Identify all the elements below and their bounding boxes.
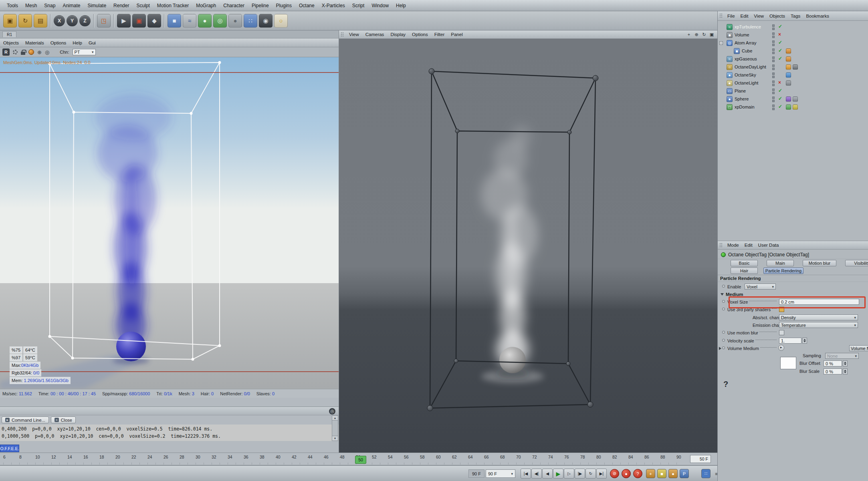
render-visibility-dot[interactable] <box>772 36 775 38</box>
object-row-octanedaylight[interactable]: ○OctaneDayLight <box>718 63 868 71</box>
anim-dot[interactable] <box>722 300 725 303</box>
om-menu-edit[interactable]: Edit <box>738 14 751 18</box>
anim-dot[interactable] <box>722 339 725 342</box>
menu-octane[interactable]: Octane <box>295 3 318 8</box>
keying-help-button[interactable]: ? <box>633 469 642 478</box>
menu-sculpt[interactable]: Sculpt <box>133 3 153 8</box>
collapse-triangle-icon[interactable] <box>721 293 724 296</box>
object-row-xpdomain[interactable]: □xpDomain✓ <box>718 103 868 111</box>
anim-dot[interactable] <box>722 285 725 288</box>
help-icon[interactable]: ? <box>723 380 728 389</box>
console-close-button[interactable]: ×Close <box>51 417 76 423</box>
pan-view-icon[interactable]: + <box>686 31 692 38</box>
menu-tools[interactable]: Tools <box>3 3 22 8</box>
menu-animate[interactable]: Animate <box>59 3 84 8</box>
zoom-view-icon[interactable]: ⊕ <box>693 31 700 38</box>
generator-icon[interactable]: ● <box>198 14 212 28</box>
editor-visibility-dot[interactable] <box>772 105 775 107</box>
blur-offset-stepper[interactable] <box>843 360 848 366</box>
keyframe-scale-button[interactable]: ■ <box>657 469 666 478</box>
vp-menu-view[interactable]: View <box>346 32 362 37</box>
enabled-check-icon[interactable]: ✓ <box>778 24 782 29</box>
menu-render[interactable]: Render <box>110 3 133 8</box>
object-row-octanelight[interactable]: ●OctaneLight× <box>718 79 868 87</box>
om-menu-view[interactable]: View <box>751 14 767 18</box>
channel-dropdown[interactable]: PT <box>73 49 96 55</box>
om-menu-file[interactable]: File <box>725 14 738 18</box>
enabled-check-icon[interactable]: ✓ <box>778 40 782 45</box>
scroll-up-icon[interactable]: ▲ <box>332 416 338 421</box>
object-row-xpturbulence[interactable]: ≈xpTurbulence✓ <box>718 23 868 31</box>
blur-scale-field[interactable]: 0 % <box>824 368 842 374</box>
editor-visibility-dot[interactable] <box>772 89 775 91</box>
live-viewer-tab[interactable]: R1 <box>2 31 16 37</box>
disabled-x-icon[interactable]: × <box>778 32 781 37</box>
sun-expression-tag[interactable] <box>786 64 791 70</box>
keyframe-rotation-button[interactable]: ● <box>668 469 678 478</box>
om-menu-bookmarks[interactable]: Bookmarks <box>803 14 832 18</box>
timeline-end-field[interactable]: 50 F <box>690 455 711 463</box>
comp-tag[interactable] <box>793 97 798 102</box>
render-visibility-dot[interactable] <box>772 68 775 70</box>
lv-menu-options[interactable]: Options <box>47 40 70 45</box>
render-picture-viewer-icon[interactable]: ▣ <box>132 14 146 28</box>
menu-snap[interactable]: Snap <box>40 3 59 8</box>
expander-icon[interactable]: − <box>719 41 723 45</box>
object-row-volume[interactable]: ■Volume× <box>718 31 868 39</box>
object-row-plane[interactable]: ▭Plane✓ <box>718 87 868 95</box>
prev-key-button[interactable]: ◀| <box>531 469 542 479</box>
volume-medium-expand-button[interactable] <box>778 345 784 351</box>
region-render-button[interactable]: R <box>2 48 10 56</box>
object-row-xpgaseous[interactable]: ≈xpGaseous✓ <box>718 55 868 63</box>
sky-tag[interactable] <box>786 72 791 78</box>
tab-main[interactable]: Main <box>767 260 794 266</box>
frame-rate-dropdown[interactable]: 90 F <box>486 469 515 478</box>
lv-menu-materials[interactable]: Materials <box>22 40 47 45</box>
xp-cache-tag[interactable] <box>786 105 791 110</box>
lock-icon[interactable] <box>21 52 25 55</box>
velocity-scale-field[interactable]: 1. <box>779 338 801 344</box>
am-mode-edit[interactable]: Edit <box>742 243 755 248</box>
prev-frame-button[interactable]: ◀ <box>542 469 553 479</box>
menu-window[interactable]: Window <box>368 3 392 8</box>
abs-sct-channel-dropdown[interactable]: Density <box>779 314 858 320</box>
vp-menu-cameras[interactable]: Cameras <box>362 32 388 37</box>
menu-character[interactable]: Character <box>220 3 248 8</box>
cache-tag[interactable] <box>793 105 798 110</box>
timeline-ruler[interactable]: 50 50 F 68101214161820222426283032343638… <box>0 453 717 465</box>
velocity-scale-stepper[interactable] <box>802 338 807 344</box>
render-visibility-dot[interactable] <box>772 92 775 94</box>
editor-visibility-dot[interactable] <box>772 40 775 43</box>
enable-dropdown[interactable]: Voxel <box>745 284 776 290</box>
enabled-check-icon[interactable]: ✓ <box>778 96 782 101</box>
object-row-sphere[interactable]: ●Sphere✓ <box>718 95 868 103</box>
menu-help[interactable]: Help <box>392 3 410 8</box>
settings-gear-icon[interactable] <box>13 50 18 54</box>
enabled-check-icon[interactable]: ✓ <box>778 104 782 109</box>
simulate-icon[interactable]: ◎ <box>213 14 227 28</box>
object-row-cube[interactable]: ■Cube✓ <box>718 47 868 55</box>
camera-icon[interactable]: ◉ <box>259 14 273 28</box>
rotate-view-icon[interactable]: ↻ <box>701 31 707 38</box>
target-tag[interactable] <box>793 64 798 70</box>
disabled-x-icon[interactable]: × <box>778 80 781 85</box>
tab-hair[interactable]: Hair <box>731 268 758 274</box>
om-menu-tags[interactable]: Tags <box>788 14 803 18</box>
object-row-atom-array[interactable]: −◎Atom Array✓ <box>718 39 868 47</box>
render-visibility-dot[interactable] <box>772 84 775 86</box>
sampling-dropdown[interactable]: None <box>825 353 859 359</box>
tab-visibility[interactable]: Visibility <box>845 260 868 266</box>
render-visibility-dot[interactable] <box>772 60 775 62</box>
y-axis-lock-icon[interactable]: Y <box>67 15 78 26</box>
focus-picker-icon[interactable]: ⊕ <box>37 49 42 55</box>
record-objects-button[interactable]: ⊘ <box>610 469 619 478</box>
next-frame-button[interactable]: ▷ <box>564 469 574 479</box>
loop-button[interactable]: ↻ <box>585 469 596 479</box>
anim-dot[interactable] <box>722 331 725 334</box>
render-settings-icon[interactable]: ◆ <box>147 14 161 28</box>
console-scrollbar[interactable]: ▲ ▼ <box>332 415 338 441</box>
lv-menu-gui[interactable]: Gui <box>85 40 99 45</box>
console-target-icon[interactable]: ◎ <box>329 408 335 415</box>
editor-visibility-dot[interactable] <box>772 81 775 83</box>
x-axis-lock-icon[interactable]: X <box>54 15 65 26</box>
